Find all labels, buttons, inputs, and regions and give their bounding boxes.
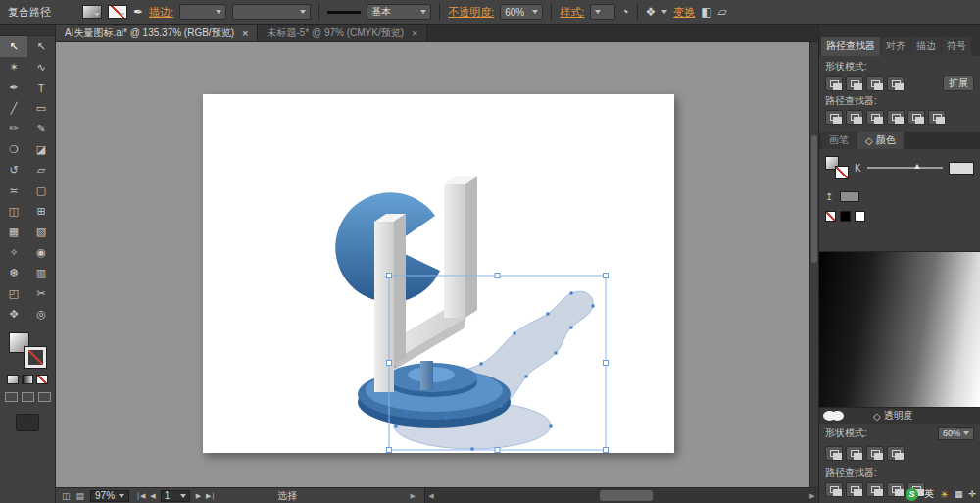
tool-lasso[interactable]: ∿	[27, 57, 55, 77]
document-tab-2[interactable]: 未标题-5* @ 97% (CMYK/预览) ×	[258, 25, 427, 41]
horizontal-scrollbar-thumb[interactable]	[600, 490, 653, 501]
tool-shape-builder[interactable]: ◫	[0, 201, 27, 222]
fill-color-dropdown[interactable]	[82, 5, 102, 19]
zoom-select[interactable]: 97%	[90, 490, 129, 502]
tool-pen[interactable]: ✒	[0, 77, 27, 98]
black-swatch[interactable]	[840, 211, 851, 222]
tab-brushes[interactable]: 画笔	[821, 132, 857, 149]
unite-button[interactable]	[825, 76, 843, 91]
vertical-scrollbar[interactable]	[809, 42, 818, 487]
tool-eyedropper[interactable]: ✧	[0, 242, 27, 263]
tool-symbol-sprayer[interactable]: ❆	[0, 263, 27, 283]
white-swatch[interactable]	[855, 211, 865, 222]
style-panel-link[interactable]: 样式:	[560, 5, 584, 20]
tool-type[interactable]: T	[27, 77, 55, 98]
tool-direct-selection[interactable]: ↖	[27, 36, 55, 57]
document-tab-1[interactable]: AI失量图标.ai* @ 135.37% (RGB/预览) ×	[56, 25, 258, 41]
brush-definition-dropdown[interactable]: 基本	[367, 4, 431, 20]
tool-line-segment[interactable]: ╱	[0, 98, 27, 119]
close-tab-icon[interactable]: ×	[412, 27, 417, 39]
artboard[interactable]	[203, 94, 674, 453]
exclude-button-2[interactable]	[887, 446, 905, 461]
swap-colors-icon[interactable]: ↥	[825, 191, 833, 202]
first-artboard-button[interactable]: ❘◀	[135, 492, 144, 500]
tool-artboard[interactable]: ◰	[0, 283, 27, 304]
gradient-preview[interactable]	[819, 251, 980, 408]
merge-button[interactable]	[866, 110, 884, 125]
tool-width[interactable]: ≍	[0, 180, 27, 201]
intersect-button-2[interactable]	[866, 446, 884, 461]
stroke-proxy[interactable]	[835, 166, 849, 179]
ime-logo-icon[interactable]: S	[906, 488, 918, 501]
tab-stroke[interactable]: 描边	[911, 37, 941, 56]
stroke-weight-dropdown[interactable]	[179, 4, 226, 20]
canvas-area[interactable]	[56, 42, 818, 487]
recolor-artwork-icon[interactable]: ◔	[621, 6, 628, 18]
stroke-panel-link[interactable]: 描边:	[149, 5, 173, 20]
tool-eraser[interactable]: ◪	[27, 139, 55, 160]
tool-slice[interactable]: ✂	[27, 283, 55, 304]
k-value-field[interactable]	[949, 162, 974, 175]
tool-pencil[interactable]: ✎	[27, 119, 55, 139]
opacity-panel-link[interactable]: 不透明度:	[448, 5, 494, 20]
scroll-right-icon[interactable]: ▶	[807, 492, 818, 500]
outline-button[interactable]	[907, 110, 925, 125]
tool-scale[interactable]: ▱	[27, 160, 55, 180]
tab-align[interactable]: 对齐	[881, 37, 910, 56]
color-button[interactable]	[7, 375, 19, 384]
ime-settings-icon[interactable]: ✛	[968, 489, 976, 499]
opacity-field[interactable]: 60%	[938, 427, 974, 440]
previous-artboard-button[interactable]: ◀	[150, 492, 154, 500]
minus-front-button[interactable]	[846, 76, 863, 91]
intersect-button[interactable]	[866, 76, 884, 91]
tool-mesh[interactable]: ▦	[0, 222, 27, 242]
fullscreen-menu-mode-button[interactable]	[22, 392, 34, 402]
tool-magic-wand[interactable]: ✶	[0, 57, 27, 77]
gradient-button[interactable]	[22, 375, 33, 384]
vertical-scrollbar-thumb[interactable]	[811, 135, 817, 263]
next-artboard-button[interactable]: ▶	[196, 492, 200, 500]
k-slider[interactable]	[867, 167, 943, 169]
minus-back-button[interactable]	[928, 110, 946, 125]
transform-panel-link[interactable]: 变换	[673, 5, 695, 20]
width-profile-dropdown[interactable]	[232, 4, 311, 20]
fill-stroke-proxy[interactable]	[825, 156, 849, 179]
tool-selection[interactable]: ↖	[0, 36, 27, 57]
panel-grip[interactable]	[0, 25, 55, 36]
tab-transparency[interactable]: ◇透明度	[873, 409, 913, 423]
trim-button-2[interactable]	[846, 482, 863, 497]
arrange-icon[interactable]: ◧	[701, 6, 711, 18]
last-color-chip[interactable]	[840, 191, 859, 202]
ime-keyboard-icon[interactable]: ▦	[955, 489, 963, 499]
tool-zoom[interactable]: ◎	[27, 304, 55, 325]
crop-button[interactable]	[887, 110, 905, 125]
tool-paintbrush[interactable]: ✏	[0, 119, 27, 139]
tool-rectangle[interactable]: ▭	[27, 98, 55, 119]
style-swatch-dropdown[interactable]	[590, 4, 615, 20]
tool-blob-brush[interactable]: ❍	[0, 139, 27, 160]
divide-button-2[interactable]	[825, 482, 843, 497]
scroll-left-icon[interactable]: ◀	[425, 492, 437, 500]
minus-front-button-2[interactable]	[846, 446, 863, 461]
stroke-color-dropdown[interactable]	[108, 5, 127, 19]
tool-column-graph[interactable]: ▥	[27, 263, 55, 283]
horizontal-scrollbar-track[interactable]	[437, 488, 807, 503]
ime-language-toggle[interactable]: 英	[924, 487, 934, 501]
normal-screen-mode-button[interactable]	[5, 392, 18, 402]
none-swatch[interactable]	[825, 211, 836, 222]
horizontal-scrollbar[interactable]: ◀ ▶	[424, 488, 818, 503]
tool-gradient[interactable]: ▧	[27, 222, 55, 242]
exclude-button[interactable]	[887, 76, 905, 91]
artboard-number-select[interactable]: 1	[161, 490, 190, 502]
tool-perspective-grid[interactable]: ⊞	[27, 201, 55, 222]
expand-button[interactable]: 扩展	[943, 75, 974, 91]
fullscreen-mode-button[interactable]	[38, 392, 51, 402]
tab-pathfinder[interactable]: 路径查找器	[821, 37, 880, 56]
tab-symbols[interactable]: 符号	[942, 37, 971, 56]
toolbar-footer-button[interactable]	[16, 414, 39, 431]
isolate-icon[interactable]: ▱	[718, 6, 727, 18]
none-button[interactable]	[36, 375, 48, 384]
crop-button-2[interactable]	[887, 482, 905, 497]
tool-free-transform[interactable]: ▢	[27, 180, 55, 201]
divide-button[interactable]	[825, 110, 843, 125]
